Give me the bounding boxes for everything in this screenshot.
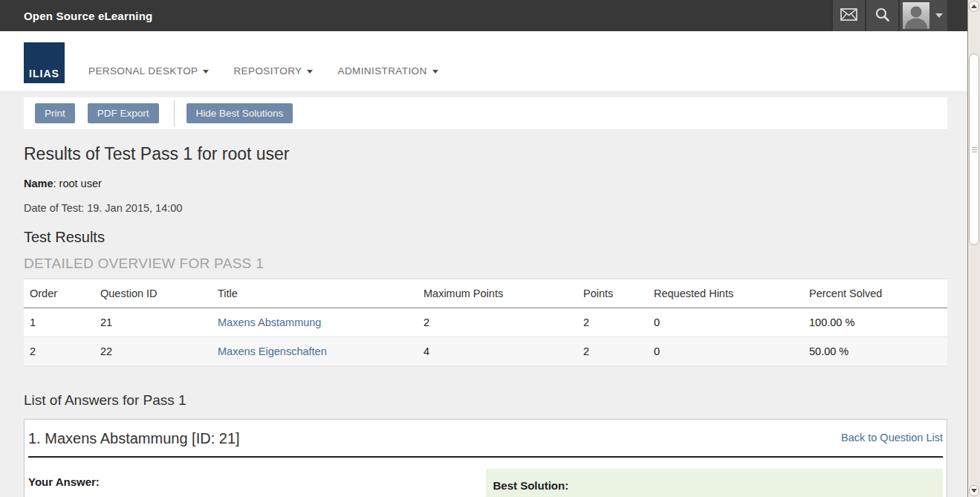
cell-question-id: 22 [94,337,212,366]
your-answer-label: Your Answer: [28,475,475,488]
nav-personal-desktop-label: PERSONAL DESKTOP [88,65,198,77]
scroll-down-button[interactable] [969,485,979,496]
user-menu-button[interactable] [898,0,947,31]
question-title: 1. Maxens Abstammung [ID: 21] [28,430,240,447]
table-row: 1 21 Maxens Abstammung 2 2 0 100.00 % [24,308,947,337]
question-link[interactable]: Maxens Abstammung [218,316,321,328]
your-answer-block: Your Answer: Was ist Max? [28,469,486,497]
name-label: Name [24,178,53,189]
name-value: : root user [53,178,102,189]
arrow-down-icon [971,489,977,493]
cell-maximum-points: 2 [418,308,577,337]
table-header-row: Order Question ID Title Maximum Points P… [24,279,947,308]
topbar: Open Source eLearning [0,0,980,31]
toolbar-divider [174,100,175,127]
cell-requested-hints: 0 [648,308,803,337]
col-maximum-points: Maximum Points [418,279,577,308]
col-percent-solved: Percent Solved [803,279,947,308]
col-title: Title [212,279,418,308]
cell-question-id: 21 [94,308,212,337]
col-question-id: Question ID [94,279,212,308]
nav-administration-label: ADMINISTRATION [337,65,426,77]
ilias-logo[interactable]: ILIAS [24,42,65,83]
grip-icon [972,152,977,152]
cell-percent-solved: 100.00 % [803,308,947,337]
scrollbar[interactable] [967,0,980,497]
ilias-logo-label: ILIAS [29,68,59,83]
question-panel-header: 1. Maxens Abstammung [ID: 21] Back to Qu… [28,424,943,447]
hide-best-solutions-button[interactable]: Hide Best Solutions [186,103,293,123]
name-line: Name: root user [24,178,947,189]
search-button[interactable] [865,0,898,31]
grip-icon [972,149,977,150]
cell-order: 2 [24,337,94,366]
scrollbar-thumb[interactable] [969,53,979,245]
pdf-export-button[interactable]: PDF Export [88,103,159,123]
cell-requested-hints: 0 [648,337,803,366]
table-row: 2 22 Maxens Eigenschaften 4 2 0 50.00 % [24,337,947,366]
arrow-up-icon [971,4,977,8]
solution-columns: Your Answer: Was ist Max? Best Solution:… [28,469,943,497]
date-of-test: Date of Test: 19. Jan 2015, 14:00 [24,202,947,214]
col-order: Order [24,279,94,308]
test-results-heading: Test Results [24,229,947,246]
detailed-overview-heading: DETAILED OVERVIEW FOR PASS 1 [24,256,947,272]
question-panel-divider [28,456,943,458]
best-solution-block: Best Solution: Was ist Max? [486,469,944,497]
chevron-down-icon [935,13,943,18]
chevron-down-icon [432,70,438,74]
topbar-actions [831,0,947,31]
search-icon [875,7,889,25]
cell-points: 2 [577,337,648,366]
print-button[interactable]: Print [35,103,75,123]
main-header: ILIAS PERSONAL DESKTOP REPOSITORY ADMINI… [0,31,980,92]
mail-icon [840,8,857,24]
page-title: Results of Test Pass 1 for root user [24,144,947,164]
nav-personal-desktop[interactable]: PERSONAL DESKTOP [88,65,209,77]
grip-icon [972,147,977,148]
chevron-down-icon [203,70,209,74]
avatar [903,2,929,29]
back-to-question-list-link[interactable]: Back to Question List [841,432,943,444]
cell-order: 1 [24,308,94,337]
question-link[interactable]: Maxens Eigenschaften [218,345,327,357]
cell-maximum-points: 4 [418,337,577,366]
content-area: Print PDF Export Hide Best Solutions Res… [0,97,980,497]
chevron-down-icon [307,70,313,74]
toolbar: Print PDF Export Hide Best Solutions [24,97,947,129]
col-points: Points [577,279,648,308]
question-panel: 1. Maxens Abstammung [ID: 21] Back to Qu… [24,419,947,497]
scroll-up-button[interactable] [969,1,979,12]
nav-repository-label: REPOSITORY [233,65,302,77]
results-table: Order Question ID Title Maximum Points P… [24,279,947,366]
nav-repository[interactable]: REPOSITORY [233,65,313,77]
cell-percent-solved: 50.00 % [803,337,947,366]
nav-administration[interactable]: ADMINISTRATION [337,65,438,77]
cell-points: 2 [577,308,648,337]
col-requested-hints: Requested Hints [648,279,803,308]
best-solution-label: Best Solution: [493,479,932,492]
main-nav: PERSONAL DESKTOP REPOSITORY ADMINISTRATI… [88,65,463,77]
mail-button[interactable] [831,0,865,31]
app-title: Open Source eLearning [24,10,152,22]
list-of-answers-heading: List of Answers for Pass 1 [24,392,947,409]
